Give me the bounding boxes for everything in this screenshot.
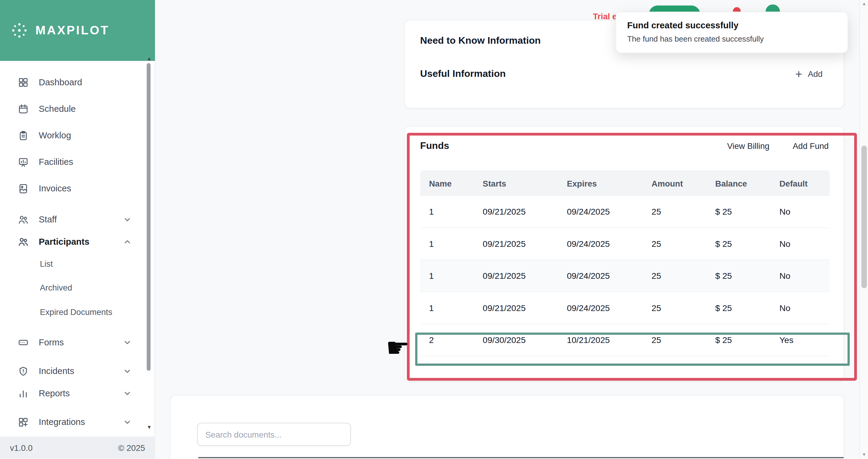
trial-banner-text: Trial e (593, 12, 617, 21)
toast-title: Fund created successfully (627, 21, 836, 30)
integrations-grid-icon (18, 417, 29, 428)
calendar-icon (18, 103, 29, 114)
scroll-down-icon[interactable]: ▼ (862, 453, 867, 457)
sidebar-subitem-archived[interactable]: Archived (5, 278, 138, 296)
column-header-expires: Expires (558, 178, 643, 188)
logo-text: MAXPILOT (36, 23, 110, 38)
cell-balance: $ 25 (706, 207, 771, 217)
chevron-down-icon (122, 214, 133, 225)
fund-table-row[interactable]: 1 09/21/2025 09/24/2025 25 $ 25 No (420, 292, 830, 324)
sidebar-item-facilities[interactable]: Facilities (5, 150, 144, 174)
sidebar-item-worklog[interactable]: Worklog (5, 123, 144, 148)
cell-starts: 09/21/2025 (474, 207, 558, 217)
cell-expires: 09/24/2025 (558, 207, 643, 217)
column-header-balance: Balance (706, 178, 771, 188)
documents-card (170, 395, 844, 459)
search-documents-input[interactable] (197, 423, 351, 446)
sidebar-item-label: Integrations (39, 417, 85, 427)
sidebar-item-label: Schedule (39, 104, 76, 114)
app-version: v1.0.0 (10, 443, 33, 452)
fund-table-row[interactable]: 1 09/21/2025 09/24/2025 25 $ 25 No (420, 260, 830, 292)
plus-icon (795, 69, 803, 78)
sidebar-subitem-label: Archived (40, 283, 72, 292)
participants-people-icon (18, 236, 29, 248)
cell-expires: 09/24/2025 (558, 239, 643, 249)
sidebar-item-forms[interactable]: Forms (5, 330, 144, 355)
fund-table-row-highlighted[interactable]: 2 09/30/2025 10/21/2025 25 $ 25 Yes (420, 324, 830, 356)
funds-table-header: Name Starts Expires Amount Balance Defau… (420, 171, 830, 196)
funds-actions: View Billing Add Fund (727, 141, 829, 151)
column-header-name: Name (420, 178, 474, 188)
chevron-down-icon (122, 337, 133, 348)
main-scrollbar[interactable]: ▲ ▼ (859, 0, 868, 459)
chevron-down-icon (122, 366, 133, 377)
cell-balance: $ 25 (706, 303, 771, 313)
cell-amount: 25 (643, 271, 706, 281)
sidebar-subitem-expired-documents[interactable]: Expired Documents (5, 303, 138, 320)
sidebar-item-label: Incidents (39, 366, 74, 376)
cell-balance: $ 25 (706, 239, 771, 249)
useful-information-heading: Useful Information (420, 68, 506, 80)
column-header-default: Default (771, 178, 830, 188)
add-button-label: Add (808, 69, 823, 79)
forms-input-icon (18, 337, 29, 348)
copyright: © 2025 (118, 443, 145, 452)
cell-amount: 25 (643, 303, 706, 313)
funds-title: Funds (420, 140, 449, 152)
cell-amount: 25 (643, 335, 706, 345)
documents-divider (198, 457, 844, 458)
invoice-document-icon (18, 183, 29, 194)
sidebar-item-integrations[interactable]: Integrations (5, 410, 144, 435)
sidebar-item-invoices[interactable]: Invoices (5, 176, 144, 201)
funds-card: Funds View Billing Add Fund Name Starts … (404, 126, 844, 382)
maxpilot-logo-icon (9, 20, 30, 41)
chevron-down-icon (122, 388, 133, 399)
need-to-know-heading: Need to Know Information (420, 35, 541, 47)
sidebar-item-reports[interactable]: Reports (5, 381, 144, 406)
column-header-starts: Starts (474, 178, 558, 188)
sidebar-scroll-up-icon[interactable]: ▲ (147, 56, 152, 62)
sidebar-item-label: Participants (39, 237, 90, 247)
fund-table-row[interactable]: 1 09/21/2025 09/24/2025 25 $ 25 No (420, 196, 830, 228)
scroll-up-icon[interactable]: ▲ (862, 2, 867, 6)
funds-table: Name Starts Expires Amount Balance Defau… (420, 171, 830, 357)
sidebar-scroll-down-icon[interactable]: ▼ (147, 425, 152, 430)
add-useful-information-button[interactable]: Add (789, 67, 828, 81)
sidebar-item-label: Worklog (39, 131, 71, 140)
cell-starts: 09/21/2025 (474, 271, 558, 281)
cell-default: No (771, 207, 830, 217)
cell-starts: 09/30/2025 (474, 335, 558, 345)
sidebar-item-label: Staff (39, 215, 57, 225)
cell-name: 1 (420, 207, 474, 217)
sidebar-item-incidents[interactable]: Incidents (5, 359, 144, 384)
cell-expires: 10/21/2025 (558, 335, 643, 345)
cell-name: 2 (420, 335, 474, 345)
fund-table-row[interactable]: 1 09/21/2025 09/24/2025 25 $ 25 No (420, 228, 830, 260)
sidebar-item-schedule[interactable]: Schedule (5, 97, 144, 121)
cell-default: Yes (771, 335, 830, 345)
sidebar-item-label: Facilities (39, 157, 73, 167)
staff-people-icon (18, 214, 29, 225)
cell-starts: 09/21/2025 (474, 239, 558, 249)
column-header-amount: Amount (643, 178, 706, 188)
cell-default: No (771, 239, 830, 249)
chevron-down-icon (122, 417, 133, 428)
sidebar-item-staff[interactable]: Staff (5, 208, 144, 232)
sidebar-subitem-list[interactable]: List (5, 255, 138, 272)
cell-name: 1 (420, 303, 474, 313)
cell-expires: 09/24/2025 (558, 271, 643, 281)
cell-default: No (771, 303, 830, 313)
logo-block: MAXPILOT (0, 0, 155, 61)
sidebar-subitem-label: Expired Documents (40, 307, 112, 316)
view-billing-button[interactable]: View Billing (727, 141, 769, 151)
sidebar-scrollbar-thumb[interactable] (147, 63, 151, 371)
sidebar-item-participants[interactable]: Participants (5, 230, 144, 254)
sidebar-subitem-label: List (40, 259, 53, 268)
facilities-chart-icon (18, 157, 29, 168)
add-fund-button[interactable]: Add Fund (793, 141, 829, 151)
sidebar-item-dashboard[interactable]: Dashboard (5, 70, 144, 95)
main-scrollbar-thumb[interactable] (861, 145, 867, 288)
toast-message: The fund has been created successfully (627, 34, 836, 43)
cell-default: No (771, 271, 830, 281)
cell-expires: 09/24/2025 (558, 303, 643, 313)
